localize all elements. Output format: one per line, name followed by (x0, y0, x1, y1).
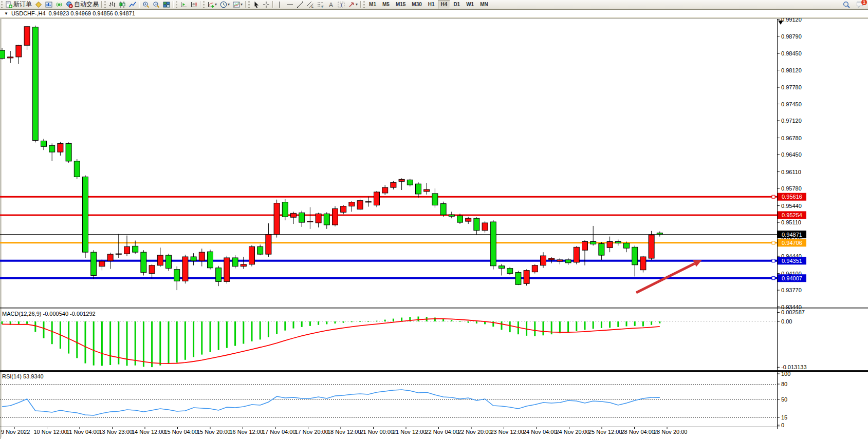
trendline-button[interactable] (295, 0, 305, 9)
macd-histogram-bar (318, 321, 319, 325)
svg-text:T: T (340, 2, 343, 7)
auto-scroll-button[interactable] (178, 0, 189, 9)
candle-bullish (482, 223, 488, 231)
timeframe-button-h1[interactable]: H1 (425, 0, 438, 9)
timeframe-button-h4[interactable]: H4 (438, 0, 451, 9)
chart-shift-button[interactable] (189, 0, 199, 9)
macd-histogram-bar (559, 321, 561, 333)
candle-bullish (640, 257, 646, 270)
line-chart-button[interactable] (127, 0, 138, 9)
price-axis-label: 0.96450 (781, 151, 802, 158)
time-axis-label: 10 Nov 12:00 (34, 429, 67, 435)
candle-bearish (590, 242, 596, 244)
macd-histogram-bar (359, 321, 361, 322)
timeframe-button-d1[interactable]: D1 (450, 0, 463, 9)
price-badge-value: 0.95254 (782, 212, 802, 218)
hline-button[interactable] (285, 0, 295, 9)
macd-histogram-bar (85, 321, 86, 364)
timeframe-button-m5[interactable]: M5 (379, 0, 393, 9)
fibonacci-icon: F (317, 1, 324, 8)
periods-button[interactable]: ▾ (218, 0, 231, 9)
fibonacci-button[interactable]: F (316, 0, 326, 9)
text-label-icon: T (338, 1, 345, 8)
chart-symbol-title: USDCHF-,H4 (11, 10, 46, 16)
ticket-button[interactable] (33, 0, 44, 9)
price-axis-label: 0.95440 (781, 203, 802, 209)
hline-icon (286, 1, 293, 8)
market-watch-icon (45, 1, 52, 8)
line-handle[interactable] (772, 241, 775, 244)
channel-button[interactable]: E (305, 0, 316, 9)
chat-button[interactable]: 1 (855, 0, 865, 9)
bar-chart-icon (108, 1, 116, 8)
candle-bearish (565, 260, 571, 263)
macd-histogram-bar (534, 321, 535, 336)
new-order-button[interactable]: 新订单 (4, 0, 33, 9)
zoom-in-icon (142, 1, 150, 8)
timeframe-button-m30[interactable]: M30 (409, 0, 424, 9)
macd-histogram-bar (260, 321, 261, 339)
cursor-button[interactable] (251, 0, 261, 9)
text-button[interactable]: A (326, 0, 336, 9)
candlestick-button[interactable] (117, 0, 127, 9)
vline-icon (276, 1, 283, 8)
candle-bullish (307, 221, 313, 222)
candle-bullish (649, 235, 654, 258)
candle-bullish (532, 265, 538, 272)
text-icon: A (327, 1, 335, 8)
tile-windows-button[interactable] (161, 0, 172, 9)
templates-button[interactable]: ▾ (231, 0, 244, 9)
candle-bearish (232, 258, 238, 266)
candle-bullish (291, 213, 297, 217)
macd-histogram-bar (276, 321, 278, 334)
timeframe-button-w1[interactable]: W1 (463, 0, 477, 9)
candle-bearish (32, 27, 38, 141)
chart-area[interactable]: 0.991200.987900.984500.981200.977800.974… (0, 18, 868, 439)
shapes-icon (348, 1, 355, 8)
line-handle[interactable] (772, 277, 775, 280)
candle-bullish (224, 258, 230, 281)
chart-title-bar[interactable]: ▼ USDCHF-,H4 0.94923 0.94969 0.94856 0.9… (0, 9, 868, 17)
crosshair-button[interactable] (261, 0, 271, 9)
candle-bullish (8, 57, 13, 58)
line-handle[interactable] (772, 259, 775, 262)
autotrade-button[interactable]: 自动交易 (64, 0, 100, 9)
zoom-out-button[interactable] (151, 0, 161, 9)
candle-bearish (632, 247, 638, 264)
rsi-axis-label: 80 (781, 381, 787, 387)
macd-histogram-bar (418, 316, 419, 321)
candle-bearish (440, 204, 446, 215)
market-watch-button[interactable] (44, 0, 54, 9)
shapes-button[interactable]: ▾ (346, 0, 359, 9)
zoom-in-button[interactable] (141, 0, 151, 9)
macd-histogram-bar (34, 321, 36, 332)
timeframe-button-m15[interactable]: M15 (393, 0, 409, 9)
svg-text:A: A (329, 1, 333, 8)
candle-bullish (316, 214, 321, 223)
candle-bullish (241, 264, 246, 266)
time-axis-label: 23 Nov 12:00 (491, 429, 524, 435)
candle-bullish (357, 201, 363, 209)
timeframe-button-m1[interactable]: M1 (366, 0, 379, 9)
candle-bullish (124, 246, 130, 254)
auto-scroll-icon (180, 1, 187, 8)
macd-histogram-bar (326, 321, 327, 324)
macd-histogram-bar (210, 321, 211, 352)
macd-histogram-bar (335, 321, 336, 323)
line-handle[interactable] (772, 195, 775, 198)
indicators-button[interactable]: ▾ (206, 0, 218, 9)
bar-chart-button[interactable] (107, 0, 117, 9)
candle-bullish (333, 208, 338, 225)
macd-histogram-bar (226, 321, 228, 348)
vline-button[interactable] (274, 0, 285, 9)
candle-bearish (457, 216, 463, 222)
candle-bearish (49, 145, 55, 152)
search-button[interactable] (841, 0, 852, 9)
text-label-button[interactable]: T (336, 0, 346, 9)
timeframe-button-mn[interactable]: MN (477, 0, 491, 9)
news-button[interactable] (54, 0, 64, 9)
macd-axis-label: -0.013133 (781, 364, 807, 370)
chevron-down-icon[interactable]: ▼ (4, 11, 8, 16)
price-badge-value: 0.94007 (782, 275, 802, 281)
chart-canvas[interactable]: 0.991200.987900.984500.981200.977800.974… (0, 18, 868, 439)
